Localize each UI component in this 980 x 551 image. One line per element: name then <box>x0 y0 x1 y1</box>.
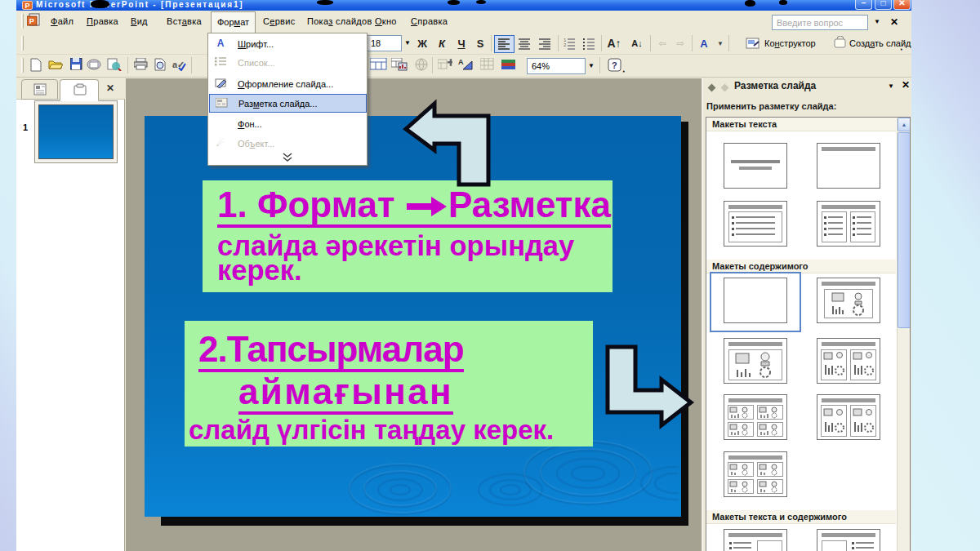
svg-text:?: ? <box>612 60 617 70</box>
svg-text:P: P <box>29 17 34 25</box>
svg-text:A: A <box>458 58 464 66</box>
svg-text:➕: ➕ <box>447 58 452 66</box>
svg-text:2: 2 <box>564 42 567 47</box>
